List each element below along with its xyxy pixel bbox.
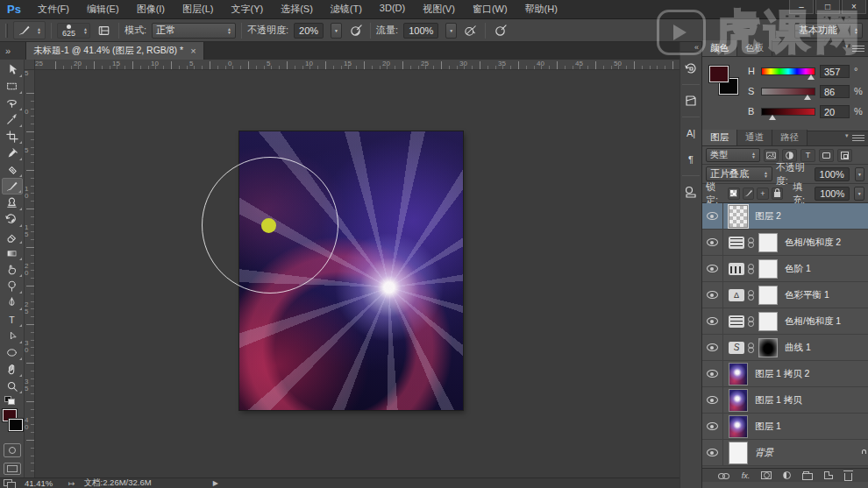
new-layer-button[interactable] <box>824 471 833 479</box>
fill-input[interactable]: 100% <box>815 187 850 201</box>
menu-item[interactable]: 图层(L) <box>174 1 221 18</box>
filter-pixel-layers-button[interactable] <box>764 149 779 162</box>
paragraph-panel-button[interactable]: ¶ <box>681 149 701 170</box>
layer-name[interactable]: 曲线 1 <box>785 342 811 354</box>
layer-thumbnail[interactable] <box>729 389 748 412</box>
zoom-level-field[interactable]: 41.41% <box>25 478 60 488</box>
screen-mode-icon[interactable] <box>4 479 16 487</box>
panel-tab[interactable]: 颜色 <box>702 40 737 56</box>
toolbar-collapse-button[interactable]: » <box>0 42 26 60</box>
pressure-size-button[interactable] <box>491 23 509 39</box>
layer-row[interactable]: 色相/饱和度 1 <box>702 308 868 335</box>
history-brush-tool[interactable] <box>2 211 23 228</box>
eyedropper-tool[interactable] <box>2 145 23 161</box>
layer-row[interactable]: 色相/饱和度 2 <box>702 230 868 256</box>
lock-pixels-button[interactable] <box>743 187 754 200</box>
workspace-switcher[interactable]: 基本功能 <box>794 23 863 39</box>
airbrush-button[interactable] <box>462 23 480 39</box>
visibility-toggle[interactable] <box>702 308 723 334</box>
layer-filter-select[interactable]: 类型 <box>706 148 760 162</box>
foreground-color-swatch[interactable] <box>709 66 729 82</box>
lasso-tool[interactable] <box>2 95 23 111</box>
layer-thumbnail[interactable] <box>729 415 748 438</box>
filter-adjustment-layers-button[interactable] <box>782 149 797 162</box>
layer-thumbnail[interactable] <box>729 442 748 464</box>
zoom-tool[interactable] <box>2 378 23 394</box>
hand-tool[interactable] <box>2 361 23 378</box>
delete-layer-button[interactable] <box>844 473 852 481</box>
brush-preset-picker[interactable]: 625 <box>57 23 90 39</box>
background-color-swatch[interactable] <box>9 419 23 431</box>
ruler-origin-corner[interactable] <box>25 60 35 70</box>
layer-name[interactable]: 图层 2 <box>755 210 781 223</box>
canvas-area[interactable] <box>35 70 679 477</box>
type-tool[interactable]: T <box>2 311 23 328</box>
smudge-tool[interactable] <box>2 261 23 278</box>
export-icon[interactable]: ↦ <box>68 479 75 488</box>
horizontal-ruler[interactable]: 2520151050510152025303540455055 <box>35 60 679 70</box>
menu-item[interactable]: 滤镜(T) <box>323 1 370 18</box>
dock-collapse-button[interactable]: « <box>680 42 701 53</box>
flow-input[interactable]: 100% <box>403 23 438 39</box>
layer-name[interactable]: 图层 1 <box>755 421 781 433</box>
saturation-value[interactable]: 86 <box>820 85 850 98</box>
menu-item[interactable]: 窗口(W) <box>465 1 516 18</box>
brush-tool[interactable] <box>2 178 23 194</box>
panel-tab[interactable]: 色板 <box>737 40 772 56</box>
brightness-slider[interactable] <box>761 108 815 116</box>
hue-slider-knob[interactable] <box>808 74 815 80</box>
layer-mask-thumbnail[interactable] <box>758 233 778 252</box>
menu-item[interactable]: 3D(D) <box>372 1 413 18</box>
maximize-button[interactable]: □ <box>815 0 840 14</box>
brightness-slider-knob[interactable] <box>769 115 776 120</box>
layer-name[interactable]: 色彩平衡 1 <box>785 289 829 301</box>
saturation-slider[interactable] <box>761 88 815 95</box>
filter-type-layers-button[interactable]: T <box>800 149 815 162</box>
panel-menu-icon[interactable] <box>852 46 864 53</box>
layer-name[interactable]: 背景 <box>755 447 773 459</box>
layer-row[interactable]: 色彩平衡 1 <box>702 282 868 308</box>
filter-shape-layers-button[interactable] <box>819 149 834 162</box>
layer-mask-thumbnail[interactable] <box>758 259 778 279</box>
layer-name[interactable]: 色阶 1 <box>785 263 811 275</box>
flow-caret[interactable] <box>445 23 457 39</box>
layer-style-button[interactable]: fx. <box>742 471 751 480</box>
layer-mask-thumbnail[interactable] <box>758 338 778 357</box>
menu-item[interactable]: 文字(Y) <box>223 1 271 18</box>
opacity-input[interactable]: 20% <box>294 23 324 39</box>
link-layers-button[interactable] <box>718 473 730 478</box>
fill-caret[interactable] <box>854 187 864 201</box>
lock-transparency-button[interactable] <box>728 187 739 200</box>
layer-thumbnail[interactable] <box>729 363 748 385</box>
lock-all-button[interactable] <box>772 187 783 200</box>
menu-item[interactable]: 帮助(H) <box>517 1 566 18</box>
history-panel-button[interactable] <box>681 58 701 79</box>
healing-brush-tool[interactable] <box>2 161 23 178</box>
layer-thumbnail[interactable] <box>729 205 748 228</box>
menu-item[interactable]: 视图(V) <box>415 1 463 18</box>
lock-position-button[interactable]: + <box>757 187 768 200</box>
menu-item[interactable]: 编辑(E) <box>79 1 127 18</box>
panel-tab[interactable]: 通道 <box>737 130 772 145</box>
pressure-opacity-button[interactable] <box>347 23 365 39</box>
quick-mask-button[interactable] <box>4 443 21 457</box>
blend-mode-select[interactable]: 正常 <box>152 23 236 39</box>
add-mask-button[interactable] <box>761 471 772 479</box>
close-button[interactable]: × <box>842 0 866 14</box>
toggle-brush-panel-button[interactable] <box>96 23 113 39</box>
minimize-button[interactable]: – <box>789 0 814 14</box>
layer-name[interactable]: 色相/饱和度 1 <box>785 315 841 328</box>
panel-menu-icon[interactable] <box>852 135 864 143</box>
visibility-toggle[interactable] <box>702 387 723 413</box>
panel-tab[interactable]: 路径 <box>772 130 808 145</box>
visibility-toggle[interactable] <box>702 203 723 229</box>
layer-row[interactable]: 背景 <box>702 440 868 466</box>
layer-name[interactable]: 图层 1 拷贝 2 <box>755 368 809 380</box>
eraser-tool[interactable] <box>2 228 23 244</box>
visibility-toggle[interactable] <box>702 256 723 281</box>
gradient-tool[interactable] <box>2 244 23 261</box>
character-panel-button[interactable]: A| <box>681 123 701 144</box>
opacity-caret[interactable] <box>331 23 342 39</box>
layer-mask-thumbnail[interactable] <box>758 312 778 331</box>
layer-blend-mode-select[interactable]: 正片叠底 <box>706 166 772 181</box>
